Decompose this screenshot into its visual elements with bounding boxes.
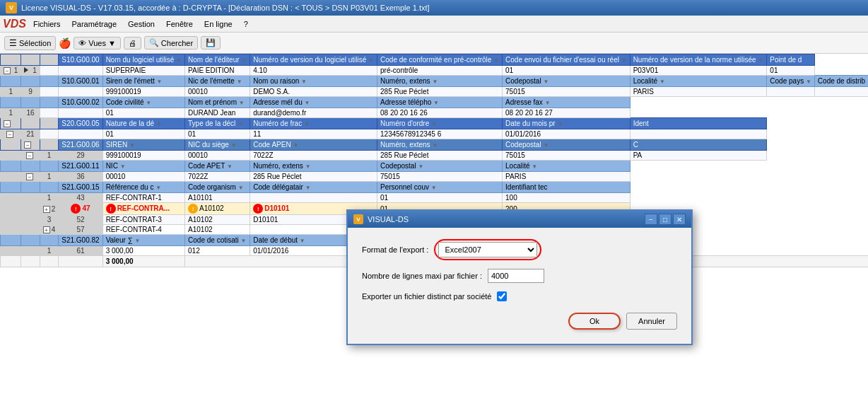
dialog-overlay: V VISUAL-DS − □ ✕ Format de l'export : E… [0, 54, 868, 406]
dialog-content: Format de l'export : Excel2007 Excel2003… [348, 228, 691, 344]
menu-bar: VDS Fichiers Paramétrage Gestion Fenêtre… [0, 16, 868, 33]
distinct-label: Exporter un fichier distinct par société [362, 292, 491, 301]
dialog-title-left: V VISUAL-DS [353, 214, 409, 224]
vues-dropdown-icon: ▼ [108, 39, 116, 47]
chercher-button[interactable]: 🔍 Chercher [144, 36, 198, 50]
window-title: Licence VISUAL-DS - V17.03.15, accordée … [21, 4, 430, 12]
search-icon: 🔍 [149, 38, 159, 47]
lines-row: Nombre de lignes maxi par fichier : [362, 269, 677, 283]
toolbar: ☰ Sélection 🍎 👁 Vues ▼ 🖨 🔍 Chercher 💾 [0, 33, 868, 54]
selection-label: Sélection [19, 39, 51, 47]
dialog-minimize-btn[interactable]: − [645, 214, 657, 225]
format-row: Format de l'export : Excel2007 Excel2003… [362, 239, 677, 260]
vues-label: Vues [88, 39, 106, 47]
menu-gestion[interactable]: Gestion [122, 18, 160, 30]
cancel-button[interactable]: Annuler [626, 313, 677, 330]
dialog-title: VISUAL-DS [368, 215, 409, 224]
title-bar: V Licence VISUAL-DS - V17.03.15, accordé… [0, 0, 868, 16]
format-select[interactable]: Excel2007 Excel2003 CSV [438, 242, 537, 257]
dialog-close-btn[interactable]: ✕ [673, 214, 686, 225]
distinct-row: Exporter un fichier distinct par société [362, 291, 677, 301]
print-icon: 🖨 [129, 39, 136, 47]
selection-icon: ☰ [9, 38, 17, 48]
apple-icon: 🍎 [59, 37, 71, 49]
app-icon: V [6, 2, 17, 13]
vues-icon: 👁 [78, 39, 86, 47]
vues-button[interactable]: 👁 Vues ▼ [74, 37, 121, 50]
format-label: Format de l'export : [362, 245, 428, 254]
dialog-icon: V [353, 214, 363, 224]
export-button[interactable]: 💾 [201, 36, 221, 50]
dialog-buttons: Ok Annuler [362, 313, 677, 332]
menu-help[interactable]: ? [238, 18, 254, 30]
menu-enligne[interactable]: En ligne [199, 18, 238, 30]
menu-parametrage[interactable]: Paramétrage [66, 18, 122, 30]
chercher-label: Chercher [161, 39, 193, 47]
format-select-wrapper: Excel2007 Excel2003 CSV [434, 239, 541, 260]
dialog-title-bar: V VISUAL-DS − □ ✕ [348, 211, 691, 228]
selection-button[interactable]: ☰ Sélection [4, 36, 56, 50]
menu-fichiers[interactable]: Fichiers [28, 18, 66, 30]
print-button[interactable]: 🖨 [124, 37, 141, 50]
lines-label: Nombre de lignes maxi par fichier : [362, 272, 482, 280]
export-dialog: V VISUAL-DS − □ ✕ Format de l'export : E… [346, 209, 693, 345]
dialog-maximize-btn[interactable]: □ [659, 214, 671, 225]
lines-input[interactable] [488, 269, 544, 283]
dialog-controls: − □ ✕ [645, 214, 686, 225]
export-icon: 💾 [206, 38, 216, 47]
distinct-checkbox[interactable] [497, 291, 507, 301]
main-area: S10.G00.00 Nom du logiciel utilisé ▼ Nom… [0, 54, 868, 406]
vos-logo: VDS [3, 18, 26, 30]
ok-button[interactable]: Ok [568, 313, 621, 330]
menu-fenetre[interactable]: Fenêtre [160, 18, 199, 30]
